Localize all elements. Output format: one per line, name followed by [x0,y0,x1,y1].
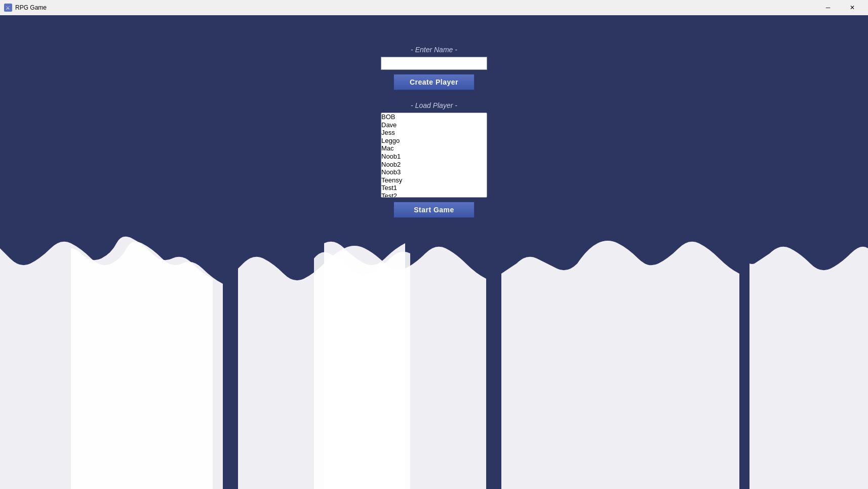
list-item[interactable]: Leggo [381,137,487,145]
title-bar-left: ⚔ RPG Game [4,4,47,12]
title-bar-controls: ─ ✕ [816,0,864,15]
minimize-button[interactable]: ─ [816,0,840,15]
title-bar-title: RPG Game [15,4,47,11]
enter-name-label: - Enter Name - [411,46,457,54]
list-item[interactable]: Test1 [381,184,487,192]
list-item[interactable]: Mac [381,144,487,153]
list-item[interactable]: Noob2 [381,161,487,169]
title-bar: ⚔ RPG Game ─ ✕ [0,0,868,15]
list-item[interactable]: Jess [381,129,487,137]
load-player-label: - Load Player - [411,101,457,109]
close-button[interactable]: ✕ [841,0,864,15]
app-icon: ⚔ [4,4,12,12]
start-game-button[interactable]: Start Game [393,202,475,218]
list-item[interactable]: BOB [381,113,487,121]
player-listbox[interactable]: BOBDaveJessLeggoMacNoob1Noob2Noob3Teensy… [381,112,487,198]
list-item[interactable]: Test2 [381,192,487,198]
list-item[interactable]: Noob3 [381,168,487,176]
main-content: - Enter Name - Create Player - Load Play… [0,15,868,489]
center-panel: - Enter Name - Create Player - Load Play… [363,46,505,218]
list-item[interactable]: Noob1 [381,153,487,161]
name-input[interactable] [381,57,487,70]
list-item[interactable]: Teensy [381,176,487,184]
svg-text:⚔: ⚔ [6,5,10,11]
create-player-button[interactable]: Create Player [393,74,475,90]
list-item[interactable]: Dave [381,121,487,129]
